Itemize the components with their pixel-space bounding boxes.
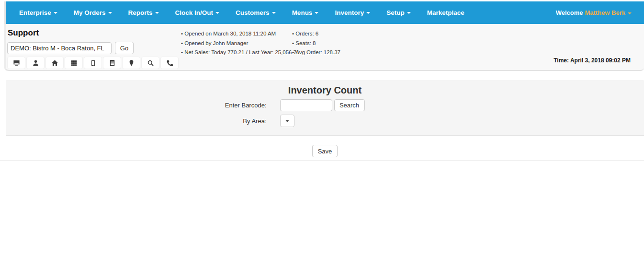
stat-orders: Orders: 6	[292, 29, 378, 39]
current-time: Time: April 3, 2018 09:02 PM	[554, 57, 644, 70]
location-row: Go	[7, 42, 181, 54]
nav-item-my-orders[interactable]: My Orders	[66, 1, 120, 24]
save-area: Save	[6, 145, 644, 157]
save-button[interactable]: Save	[312, 145, 338, 157]
chevron-down-icon	[108, 12, 112, 14]
quick-icons-toolbar	[7, 57, 181, 69]
map-marker-icon[interactable]	[122, 57, 140, 69]
nav-item-setup[interactable]: Setup	[378, 1, 419, 24]
search-icon[interactable]	[141, 57, 159, 69]
stat-seats: Seats: 8	[292, 39, 378, 48]
stat-opened-on: Opened on March 30, 2018 11:20 AM	[181, 29, 292, 39]
nav-item-clock-in-out[interactable]: Clock In/Out	[167, 1, 228, 24]
nav-item-marketplace[interactable]: Marketplace	[419, 1, 473, 24]
home-icon[interactable]	[45, 57, 64, 69]
nav-item-reports[interactable]: Reports	[120, 1, 167, 24]
session-stats: Opened on March 30, 2018 11:20 AM Opened…	[181, 27, 378, 70]
nav-item-label: Clock In/Out	[175, 9, 214, 16]
chevron-down-icon	[315, 12, 318, 14]
area-label: By Area:	[158, 117, 267, 125]
stat-avg-order: Avg Order: 128.37	[292, 48, 378, 58]
nav-item-label: Reports	[128, 9, 153, 16]
page-title: Support	[8, 28, 181, 38]
go-button[interactable]: Go	[115, 42, 134, 54]
inventory-count-form: Enter Barcode: Search By Area:	[158, 99, 493, 127]
mobile-icon[interactable]	[84, 57, 102, 69]
inventory-count-panel: Inventory Count Enter Barcode: Search By…	[6, 80, 644, 136]
user-icon[interactable]	[26, 57, 45, 69]
barcode-label: Enter Barcode:	[158, 102, 267, 109]
chevron-down-icon	[272, 12, 276, 14]
stat-opened-by: Opened by John Manager	[181, 39, 292, 48]
search-button[interactable]: Search	[334, 99, 365, 111]
nav-item-enterprise[interactable]: Enterprise	[11, 1, 66, 24]
barcode-row: Enter Barcode: Search	[158, 99, 493, 111]
stat-net-sales: Net Sales: Today 770.21 / Last Year: 25,…	[181, 48, 292, 58]
session-stats-right: Orders: 6 Seats: 8 Avg Order: 128.37	[292, 29, 378, 70]
phone-icon[interactable]	[160, 57, 179, 69]
nav-item-label: My Orders	[74, 9, 106, 16]
user-menu[interactable]: WelcomeMatthew Berk	[556, 9, 644, 16]
nav-item-menus[interactable]: Menus	[284, 1, 327, 24]
bottom-divider	[0, 160, 644, 161]
session-stats-left: Opened on March 30, 2018 11:20 AM Opened…	[181, 29, 292, 70]
support-header: Support Go	[6, 24, 644, 71]
chevron-down-icon	[215, 12, 219, 14]
top-navbar: Enterprise My Orders Reports Clock In/Ou…	[6, 1, 644, 24]
nav-item-label: Marketplace	[427, 9, 464, 16]
barcode-controls: Search	[280, 99, 365, 111]
chevron-down-icon	[285, 120, 289, 122]
desktop-icon[interactable]	[7, 57, 25, 69]
nav-item-label: Customers	[236, 9, 270, 16]
nav-item-label: Menus	[292, 9, 313, 16]
nav-item-inventory[interactable]: Inventory	[327, 1, 378, 24]
welcome-label: Welcome	[556, 9, 583, 16]
list-icon[interactable]	[103, 57, 121, 69]
chevron-down-icon	[155, 12, 159, 14]
nav-item-customers[interactable]: Customers	[227, 1, 284, 24]
area-controls	[280, 115, 294, 127]
chevron-down-icon	[366, 12, 370, 14]
area-select[interactable]	[280, 115, 294, 127]
nav-item-label: Inventory	[335, 9, 364, 16]
support-header-left: Support Go	[6, 27, 181, 70]
location-input[interactable]	[7, 42, 112, 54]
nav-item-label: Setup	[386, 9, 405, 16]
section-title: Inventory Count	[6, 85, 644, 96]
area-row: By Area:	[158, 115, 493, 127]
chevron-down-icon	[407, 12, 411, 14]
chevron-down-icon	[628, 12, 632, 14]
nav-items: Enterprise My Orders Reports Clock In/Ou…	[6, 1, 473, 24]
barcode-input[interactable]	[280, 99, 332, 111]
grid-icon[interactable]	[65, 57, 83, 69]
nav-item-label: Enterprise	[19, 9, 51, 16]
chevron-down-icon	[54, 12, 57, 14]
user-name: Matthew Berk	[585, 9, 625, 16]
page: Enterprise My Orders Reports Clock In/Ou…	[6, 1, 644, 161]
